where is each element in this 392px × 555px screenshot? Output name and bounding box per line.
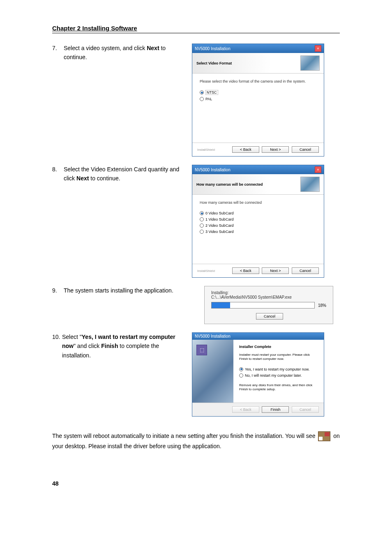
step-10: 10. Select "Yes, I want to restart my co… <box>52 332 192 360</box>
step-number: 10. <box>52 332 62 341</box>
brand-label: InstallShield <box>197 269 215 273</box>
radio-0-subcard[interactable]: 0 Video SubCard <box>200 211 316 215</box>
reboot-note: The system will reboot automatically to … <box>52 431 340 451</box>
dialog-titlebar: NV5000 Installation × <box>192 44 324 53</box>
brand-label: InstallShield <box>197 148 215 152</box>
radio-icon <box>200 90 204 94</box>
back-button[interactable]: < Back <box>232 267 259 274</box>
radio-pal[interactable]: PAL <box>200 97 316 101</box>
step-number: 9. <box>52 286 62 295</box>
dialog-titlebar: NV5000 Installation <box>192 333 324 340</box>
cancel-button: Cancel <box>292 406 319 413</box>
dialog-header-image <box>300 55 320 71</box>
radio-icon <box>200 223 204 228</box>
dialog-instruction: Please select the video format of the ca… <box>200 79 316 83</box>
complete-text-1: Installer must restart your computer. Pl… <box>239 353 318 362</box>
radio-ntsc[interactable]: NTSC <box>200 90 316 95</box>
dialog-installer-complete: NV5000 Installation ⬚ Installer Complete… <box>192 332 324 417</box>
progress-percent: 18% <box>318 303 326 308</box>
dialog-header-image <box>300 177 320 192</box>
radio-3-subcard[interactable]: 3 Video SubCard <box>200 230 316 234</box>
progress-bar <box>211 302 315 309</box>
dialog-header-title: Select Video Format <box>196 61 232 65</box>
radio-icon <box>239 367 243 371</box>
progress-fill <box>212 302 230 308</box>
step-8: 8. Select the Video Extension Card quant… <box>52 165 192 183</box>
step-number: 8. <box>52 165 62 174</box>
page-number: 48 <box>52 480 340 487</box>
cancel-button[interactable]: Cancel <box>256 313 283 320</box>
dialog-instruction: How many cameras will be connected <box>200 200 316 205</box>
step-9: 9. The system starts installing the appl… <box>52 286 192 295</box>
radio-2-subcard[interactable]: 2 Video SubCard <box>200 223 316 228</box>
complete-text-2: Remove any disks from their drives, and … <box>239 383 318 392</box>
close-icon[interactable]: × <box>315 45 321 52</box>
divider <box>52 33 340 33</box>
dialog-title: NV5000 Installation <box>195 46 231 51</box>
radio-icon <box>200 217 204 221</box>
radio-restart-later[interactable]: No, I will restart my computer later. <box>239 373 318 378</box>
dialog-side-image: ⬚ <box>192 340 233 403</box>
step-number: 7. <box>52 44 62 53</box>
dialog-installing-progress: Installing: C:\...\AVerMedia\NV5000 Syst… <box>204 286 333 324</box>
dialog-camera-count: NV5000 Installation × How many cameras w… <box>192 165 324 278</box>
radio-icon <box>239 373 243 378</box>
cancel-button[interactable]: Cancel <box>292 146 319 153</box>
dialog-header-title: How many cameras will be connected <box>196 182 263 187</box>
dialog-video-format: NV5000 Installation × Select Video Forma… <box>192 44 324 157</box>
back-button[interactable]: < Back <box>232 146 259 153</box>
dialog-header: Select Video Format <box>192 53 324 74</box>
next-button[interactable]: Next > <box>262 146 289 153</box>
finish-button[interactable]: Finish <box>262 406 289 413</box>
radio-1-subcard[interactable]: 1 Video SubCard <box>200 217 316 221</box>
dialog-header: How many cameras will be connected <box>192 174 324 195</box>
close-icon[interactable]: × <box>315 166 321 173</box>
radio-icon <box>200 211 204 215</box>
step-7: 7. Select a video system, and click Next… <box>52 44 192 62</box>
installer-icon: ⬚ <box>196 345 207 355</box>
chapter-title: Chapter 2 Installing Software <box>52 25 340 32</box>
cancel-button[interactable]: Cancel <box>292 267 319 274</box>
install-path: C:\...\AVerMedia\NV5000 System\EMAP.exe <box>211 295 326 299</box>
installing-label: Installing: <box>211 290 326 295</box>
dialog-title: NV5000 Installation <box>195 334 231 339</box>
next-button[interactable]: Next > <box>262 267 289 274</box>
back-button: < Back <box>232 406 259 413</box>
radio-icon <box>200 97 204 101</box>
radio-restart-now[interactable]: Yes, I want to restart my computer now. <box>239 367 318 371</box>
dialog-title: NV5000 Installation <box>195 168 231 172</box>
radio-icon <box>200 230 204 234</box>
desktop-shortcut-icon <box>318 431 330 441</box>
complete-title: Installer Complete <box>239 345 318 349</box>
dialog-titlebar: NV5000 Installation × <box>192 165 324 174</box>
